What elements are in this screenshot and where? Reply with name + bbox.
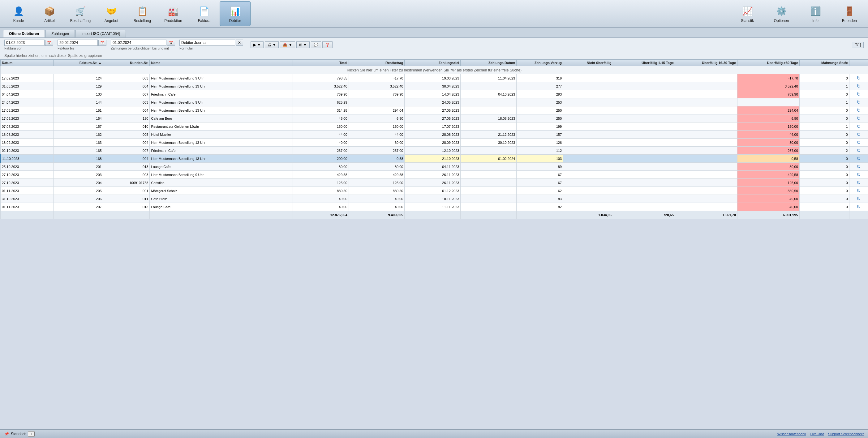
standort-button[interactable]: +: [28, 431, 35, 437]
faktura-von-group: 📅 Faktura von: [4, 40, 53, 50]
faktura-icon: 📄: [197, 4, 211, 18]
row-refresh-icon[interactable]: ↻: [857, 75, 861, 81]
formular-input[interactable]: [179, 40, 235, 46]
status-right: Wissensdatenbank LiveChat Support Screen…: [777, 432, 864, 436]
action-chat-button[interactable]: 💬: [311, 41, 321, 48]
table-row[interactable]: 01.11.2023205001Mätzgerei Scholz880,5088…: [1, 187, 868, 195]
col-header-zahlungs-verzug[interactable]: Zahlungs Verzug: [517, 60, 563, 66]
col-header-restbetrag[interactable]: Restbetrag: [349, 60, 405, 66]
table-row[interactable]: 17.05.2023151004Herr Mustermann Bestellu…: [1, 106, 868, 115]
table-row[interactable]: 18.09.2023163004Herr Mustermann Bestellu…: [1, 138, 868, 147]
col-header-ueberfaellig-30[interactable]: Überfällig >30 Tage: [737, 60, 799, 66]
row-refresh-icon[interactable]: ↻: [857, 92, 861, 97]
beschaffung-icon: 🛒: [73, 4, 87, 18]
row-refresh-icon[interactable]: ↻: [857, 164, 861, 169]
table-row[interactable]: 27.10.2023203003Herr Mustermann Bestellu…: [1, 171, 868, 179]
table-row[interactable]: 18.08.2023162005Hotel Mueller44,00-44,00…: [1, 130, 868, 138]
col-header-zahlungs-datum[interactable]: Zahlungs Datum: [461, 60, 517, 66]
action-print-button[interactable]: 🖨 ▼: [265, 41, 279, 48]
table-row[interactable]: 17.02.2023124003Herr Mustermann Bestellu…: [1, 74, 868, 82]
action-arrow-button[interactable]: ▶ ▼: [251, 41, 264, 48]
action-export-button[interactable]: 📤 ▼: [280, 41, 295, 48]
row-refresh-icon[interactable]: ↻: [857, 188, 861, 193]
row-refresh-icon[interactable]: ↻: [857, 132, 861, 137]
bestellung-icon: 📋: [135, 4, 149, 18]
toolbar-item-faktura[interactable]: 📄 Faktura: [189, 1, 220, 26]
table-row[interactable]: 24.04.2023144003Herr Mustermann Bestellu…: [1, 98, 868, 106]
col-header-total[interactable]: Total: [292, 60, 349, 66]
tab-import-iso[interactable]: Import ISO (CAMT.054): [75, 30, 126, 37]
status-left: 📌 Standort: +: [4, 431, 35, 437]
row-refresh-icon[interactable]: ↻: [857, 107, 861, 113]
main-table-area[interactable]: Datum Faktura-Nr. ▲ Kunden-Nr. Name Tota…: [0, 59, 868, 270]
optionen-icon: ⚙️: [775, 4, 788, 18]
faktura-von-input[interactable]: [4, 40, 44, 46]
formular-group: ✕ Formular: [179, 40, 243, 50]
table-row[interactable]: 31.10.2023206011Cafe Stolz49,0049,0010.1…: [1, 195, 868, 203]
table-row[interactable]: 25.10.2023201013Lounge Cafe80,0080,0004.…: [1, 163, 868, 171]
support-screenconnect-link[interactable]: Support Screenconnect: [828, 432, 864, 436]
toolbar-item-statistik[interactable]: 📈 Statistik: [732, 1, 763, 26]
toolbar-item-bestellung[interactable]: 📋 Bestellung: [127, 1, 158, 26]
wissensdatenbank-link[interactable]: Wissensdatenbank: [777, 432, 806, 436]
table-row[interactable]: 27.10.20232041009101758Christina125,0012…: [1, 179, 868, 187]
standort-icon: 📌: [4, 432, 9, 436]
zahlungen-bis-input[interactable]: [111, 40, 166, 46]
row-refresh-icon[interactable]: ↻: [857, 84, 861, 89]
tab-offene-debitoren[interactable]: Offene Debitoren: [3, 30, 45, 37]
info-icon: ℹ️: [809, 4, 822, 18]
row-refresh-icon[interactable]: ↻: [857, 140, 861, 145]
table-row[interactable]: 04.04.2023130007Friedmann Cafe769,90-769…: [1, 90, 868, 98]
row-refresh-icon[interactable]: ↻: [857, 148, 861, 153]
col-header-mahnung[interactable]: Mahnungs Stufe: [799, 60, 849, 66]
row-refresh-icon[interactable]: ↻: [857, 180, 861, 185]
livechat-link[interactable]: LiveChat: [810, 432, 824, 436]
row-refresh-icon[interactable]: ↻: [857, 196, 861, 201]
artikel-icon: 📦: [43, 4, 56, 18]
table-row[interactable]: 31.03.2023129004Herr Mustermann Bestellu…: [1, 82, 868, 90]
statistik-icon: 📈: [741, 4, 754, 18]
col-header-faktura[interactable]: Faktura-Nr. ▲: [53, 60, 103, 66]
faktura-bis-input[interactable]: [58, 40, 98, 46]
row-refresh-icon[interactable]: ↻: [857, 100, 861, 105]
row-refresh-icon[interactable]: ↻: [857, 156, 861, 161]
totals-row: 12.876,9649.409,3051.034,96720,651.561,7…: [1, 211, 868, 219]
col-header-name[interactable]: Name: [150, 60, 292, 66]
col-header-datum[interactable]: Datum: [1, 60, 54, 66]
action-help-button[interactable]: ❓: [322, 41, 333, 48]
record-count: [31]: [852, 42, 864, 48]
col-header-ueberfaellig-16-30[interactable]: Überfällig 16-30 Tage: [675, 60, 737, 66]
faktura-bis-calendar-button[interactable]: 📅: [98, 40, 106, 46]
col-header-kunden[interactable]: Kunden-Nr.: [103, 60, 150, 66]
toolbar: 👤 Kunde 📦 Artikel 🛒 Beschaffung 🤝 Angebo…: [0, 0, 868, 28]
tab-zahlungen[interactable]: Zahlungen: [45, 30, 75, 37]
action-table-button[interactable]: ⊞ ▼: [296, 41, 310, 48]
toolbar-item-info[interactable]: ℹ️ Info: [800, 1, 831, 26]
data-table: Datum Faktura-Nr. ▲ Kunden-Nr. Name Tota…: [0, 59, 868, 219]
zahlungen-bis-calendar-button[interactable]: 📅: [167, 40, 175, 46]
row-refresh-icon[interactable]: ↻: [857, 116, 861, 121]
table-row[interactable]: 11.10.2023168004Herr Mustermann Bestellu…: [1, 155, 868, 163]
toolbar-item-beschaffung[interactable]: 🛒 Beschaffung: [65, 1, 96, 26]
row-refresh-icon[interactable]: ↻: [857, 172, 861, 177]
toolbar-item-debitor[interactable]: 📊 Debitor: [220, 1, 251, 26]
table-row[interactable]: 01.11.2023207013Lounge Cafe40,0040,0011.…: [1, 203, 868, 211]
table-row[interactable]: 02.10.2023165007Friedmann Cafe267,00267,…: [1, 147, 868, 155]
filter-hint[interactable]: Klicken Sie hier um einen Filter zu best…: [1, 66, 868, 74]
toolbar-item-angebot[interactable]: 🤝 Angebot: [96, 1, 127, 26]
table-row[interactable]: 17.05.2023154120Cafe am Berg45,00-6,9027…: [1, 115, 868, 123]
table-row[interactable]: 07.07.2023157010Restaurant zur Goldenen …: [1, 123, 868, 130]
toolbar-item-kunde[interactable]: 👤 Kunde: [3, 1, 34, 26]
row-refresh-icon[interactable]: ↻: [857, 204, 861, 210]
toolbar-item-artikel[interactable]: 📦 Artikel: [34, 1, 65, 26]
toolbar-item-beenden[interactable]: 🚪 Beenden: [834, 1, 865, 26]
col-header-nicht-ueberfaellig[interactable]: Nicht überfällig: [563, 60, 613, 66]
col-header-ueberfaellig-1-15[interactable]: Überfällig 1-15 Tage: [613, 60, 675, 66]
row-refresh-icon[interactable]: ↻: [857, 124, 861, 129]
formular-clear-button[interactable]: ✕: [236, 40, 243, 46]
faktura-label: Faktura: [198, 19, 211, 23]
toolbar-item-produktion[interactable]: 🏭 Produktion: [158, 1, 189, 26]
col-header-zahlungsziel[interactable]: Zahlungsziel: [405, 60, 461, 66]
toolbar-item-optionen[interactable]: ⚙️ Optionen: [766, 1, 797, 26]
faktura-von-calendar-button[interactable]: 📅: [45, 40, 53, 46]
